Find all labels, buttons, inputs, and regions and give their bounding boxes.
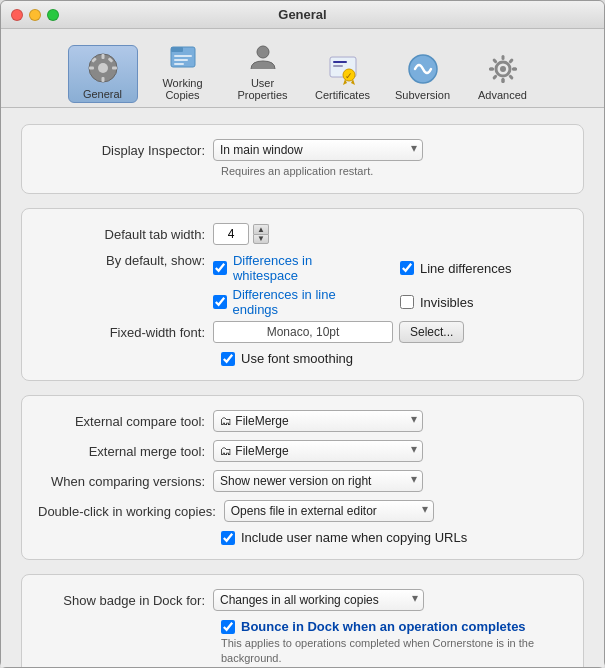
- line-diff-label: Line differences: [420, 261, 512, 276]
- by-default-show-row: By default, show: Differences in whitesp…: [38, 253, 567, 317]
- include-username-checkbox[interactable]: [221, 531, 235, 545]
- double-click-select[interactable]: Opens file in external editor Opens file…: [224, 500, 434, 522]
- when-comparing-row: When comparing versions: Show newer vers…: [38, 470, 567, 492]
- svg-rect-16: [333, 65, 343, 67]
- tab-user-properties[interactable]: User Properties: [228, 35, 298, 103]
- diff-whitespace-row: Differences in whitespace: [213, 253, 380, 283]
- display-inspector-select-wrapper: In main window In separate window Hidden: [213, 139, 423, 161]
- compare-merge-section: External compare tool: 🗂 FileMerge Kalei…: [21, 395, 584, 560]
- tab-subversion[interactable]: Subversion: [388, 47, 458, 103]
- content-area: Display Inspector: In main window In sep…: [1, 108, 604, 667]
- invisibles-checkbox[interactable]: [400, 295, 414, 309]
- bounce-dock-row: Bounce in Dock when an operation complet…: [221, 619, 567, 634]
- tab-width-decrement[interactable]: ▼: [253, 234, 269, 244]
- line-diff-row: Line differences: [400, 253, 567, 283]
- svg-rect-4: [89, 67, 94, 70]
- invisibles-label: Invisibles: [420, 295, 473, 310]
- external-compare-label: External compare tool:: [38, 414, 213, 429]
- svg-rect-12: [174, 63, 184, 65]
- tab-working-copies[interactable]: Working Copies: [148, 35, 218, 103]
- advanced-icon: [485, 51, 521, 87]
- minimize-button[interactable]: [29, 9, 41, 21]
- bounce-dock-checkbox[interactable]: [221, 620, 235, 634]
- external-compare-select-wrapper: 🗂 FileMerge Kaleidoscope: [213, 410, 423, 432]
- svg-rect-9: [171, 47, 183, 52]
- close-button[interactable]: [11, 9, 23, 21]
- default-tab-width-label: Default tab width:: [38, 227, 213, 242]
- subversion-icon: [405, 51, 441, 87]
- external-merge-label: External merge tool:: [38, 444, 213, 459]
- tab-subversion-label: Subversion: [395, 89, 450, 101]
- diff-line-endings-checkbox[interactable]: [213, 295, 227, 309]
- tab-advanced-label: Advanced: [478, 89, 527, 101]
- user-properties-icon: [245, 39, 281, 75]
- window-controls: [11, 9, 59, 21]
- default-tab-width-row: Default tab width: ▲ ▼: [38, 223, 567, 245]
- display-inspector-select[interactable]: In main window In separate window Hidden: [213, 139, 423, 161]
- svg-rect-10: [174, 55, 192, 57]
- external-compare-row: External compare tool: 🗂 FileMerge Kalei…: [38, 410, 567, 432]
- tab-width-increment[interactable]: ▲: [253, 224, 269, 234]
- general-icon: [85, 50, 121, 86]
- display-inspector-row: Display Inspector: In main window In sep…: [38, 139, 567, 161]
- external-merge-select[interactable]: 🗂 FileMerge Kaleidoscope: [213, 440, 423, 462]
- font-smoothing-checkbox[interactable]: [221, 352, 235, 366]
- svg-rect-5: [112, 67, 117, 70]
- double-click-select-wrapper: Opens file in external editor Opens file…: [224, 500, 434, 522]
- titlebar: General: [1, 1, 604, 29]
- svg-rect-27: [512, 68, 517, 71]
- tab-width-input[interactable]: [213, 223, 249, 245]
- font-smoothing-label: Use font smoothing: [241, 351, 353, 366]
- svg-point-21: [500, 66, 506, 72]
- invisibles-row: Invisibles: [400, 287, 567, 317]
- maximize-button[interactable]: [47, 9, 59, 21]
- font-select-button[interactable]: Select...: [399, 321, 464, 343]
- tab-advanced[interactable]: Advanced: [468, 47, 538, 103]
- tab-certificates[interactable]: ✓ Certificates: [308, 47, 378, 103]
- svg-rect-3: [101, 77, 104, 82]
- svg-rect-31: [489, 68, 494, 71]
- show-badge-select[interactable]: Changes in all working copies Changes in…: [213, 589, 424, 611]
- double-click-row: Double-click in working copies: Opens fi…: [38, 500, 567, 522]
- tab-working-copies-label: Working Copies: [152, 77, 214, 101]
- external-merge-select-wrapper: 🗂 FileMerge Kaleidoscope: [213, 440, 423, 462]
- display-inspector-label: Display Inspector:: [38, 143, 213, 158]
- display-inspector-section: Display Inspector: In main window In sep…: [21, 124, 584, 194]
- diff-whitespace-label: Differences in whitespace: [233, 253, 380, 283]
- svg-rect-15: [333, 61, 347, 63]
- svg-rect-22: [501, 55, 504, 60]
- certificates-icon: ✓: [325, 51, 361, 87]
- display-inspector-hint: Requires an application restart.: [221, 165, 567, 177]
- svg-rect-28: [508, 74, 514, 80]
- toolbar: General Working Copies User: [1, 29, 604, 108]
- fixed-width-font-row: Fixed-width font: Select...: [38, 321, 567, 343]
- double-click-label: Double-click in working copies:: [38, 504, 224, 519]
- svg-rect-29: [501, 78, 504, 83]
- svg-rect-30: [492, 74, 498, 80]
- dock-badge-section: Show badge in Dock for: Changes in all w…: [21, 574, 584, 667]
- bounce-note: This applies to operations completed whe…: [221, 636, 567, 667]
- window-title: General: [278, 7, 326, 22]
- tab-user-properties-label: User Properties: [232, 77, 294, 101]
- include-username-label: Include user name when copying URLs: [241, 530, 467, 545]
- show-badge-select-wrapper: Changes in all working copies Changes in…: [213, 589, 424, 611]
- tab-general-label: General: [83, 88, 122, 100]
- show-badge-label: Show badge in Dock for:: [38, 593, 213, 608]
- external-compare-select[interactable]: 🗂 FileMerge Kaleidoscope: [213, 410, 423, 432]
- tab-general[interactable]: General: [68, 45, 138, 103]
- font-input[interactable]: [213, 321, 393, 343]
- main-window: General General: [0, 0, 605, 668]
- svg-rect-2: [101, 54, 104, 59]
- when-comparing-select[interactable]: Show newer version on right Show newer v…: [213, 470, 423, 492]
- svg-text:✓: ✓: [345, 71, 353, 81]
- include-username-row: Include user name when copying URLs: [221, 530, 567, 545]
- working-copies-icon: [165, 39, 201, 75]
- line-diff-checkbox[interactable]: [400, 261, 414, 275]
- tab-certificates-label: Certificates: [315, 89, 370, 101]
- diff-whitespace-checkbox[interactable]: [213, 261, 227, 275]
- fixed-width-font-label: Fixed-width font:: [38, 325, 213, 340]
- default-settings-section: Default tab width: ▲ ▼ By default, show:…: [21, 208, 584, 381]
- svg-rect-11: [174, 59, 188, 61]
- when-comparing-select-wrapper: Show newer version on right Show newer v…: [213, 470, 423, 492]
- svg-rect-26: [508, 58, 514, 64]
